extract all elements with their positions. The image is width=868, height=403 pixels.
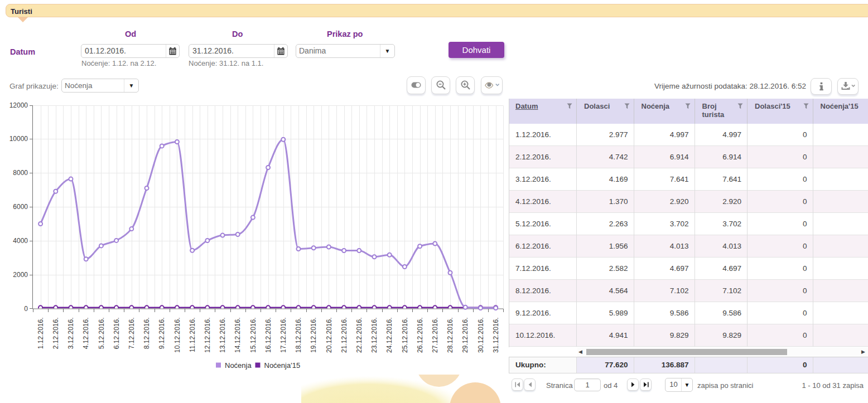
svg-text:4.12.2016.: 4.12.2016.: [82, 318, 90, 349]
svg-text:21.12.2016.: 21.12.2016.: [340, 318, 348, 353]
svg-text:31.12.2016.: 31.12.2016.: [492, 318, 500, 353]
svg-text:2000: 2000: [13, 271, 28, 279]
svg-text:3.12.2016.: 3.12.2016.: [67, 318, 75, 349]
svg-text:25.12.2016.: 25.12.2016.: [401, 318, 409, 353]
svg-text:6.12.2016.: 6.12.2016.: [113, 318, 120, 349]
svg-text:Noćenja'15: Noćenja'15: [264, 361, 301, 370]
svg-text:27.12.2016.: 27.12.2016.: [431, 318, 439, 353]
svg-text:18.12.2016.: 18.12.2016.: [295, 318, 302, 353]
svg-text:16.12.2016.: 16.12.2016.: [264, 318, 272, 353]
svg-text:8.12.2016.: 8.12.2016.: [143, 318, 151, 349]
svg-text:0: 0: [24, 305, 28, 313]
svg-text:10.12.2016.: 10.12.2016.: [173, 318, 181, 353]
svg-text:7.12.2016.: 7.12.2016.: [128, 318, 136, 349]
svg-text:11.12.2016.: 11.12.2016.: [189, 318, 196, 353]
svg-text:30.12.2016.: 30.12.2016.: [477, 318, 485, 353]
svg-text:4000: 4000: [13, 237, 28, 245]
svg-text:8000: 8000: [13, 169, 28, 177]
svg-text:10000: 10000: [9, 135, 28, 143]
svg-text:12.12.2016.: 12.12.2016.: [204, 318, 211, 353]
svg-text:Noćenja: Noćenja: [225, 361, 252, 370]
svg-text:24.12.2016.: 24.12.2016.: [385, 318, 393, 353]
svg-text:28.12.2016.: 28.12.2016.: [446, 318, 454, 353]
svg-text:12000: 12000: [9, 101, 28, 109]
svg-text:9.12.2016.: 9.12.2016.: [158, 318, 166, 349]
svg-text:15.12.2016.: 15.12.2016.: [249, 318, 257, 353]
svg-text:14.12.2016.: 14.12.2016.: [234, 318, 242, 353]
svg-text:19.12.2016.: 19.12.2016.: [310, 318, 317, 353]
svg-text:23.12.2016.: 23.12.2016.: [370, 318, 378, 353]
svg-text:5.12.2016.: 5.12.2016.: [98, 318, 105, 349]
svg-text:22.12.2016.: 22.12.2016.: [355, 318, 363, 353]
svg-text:29.12.2016.: 29.12.2016.: [461, 318, 469, 353]
svg-text:1.12.2016.: 1.12.2016.: [37, 318, 45, 349]
svg-text:17.12.2016.: 17.12.2016.: [279, 318, 287, 353]
svg-text:6000: 6000: [13, 203, 28, 211]
svg-text:13.12.2016.: 13.12.2016.: [219, 318, 226, 353]
svg-text:26.12.2016.: 26.12.2016.: [416, 318, 424, 353]
svg-text:2.12.2016.: 2.12.2016.: [52, 318, 60, 349]
svg-text:20.12.2016.: 20.12.2016.: [325, 318, 333, 353]
